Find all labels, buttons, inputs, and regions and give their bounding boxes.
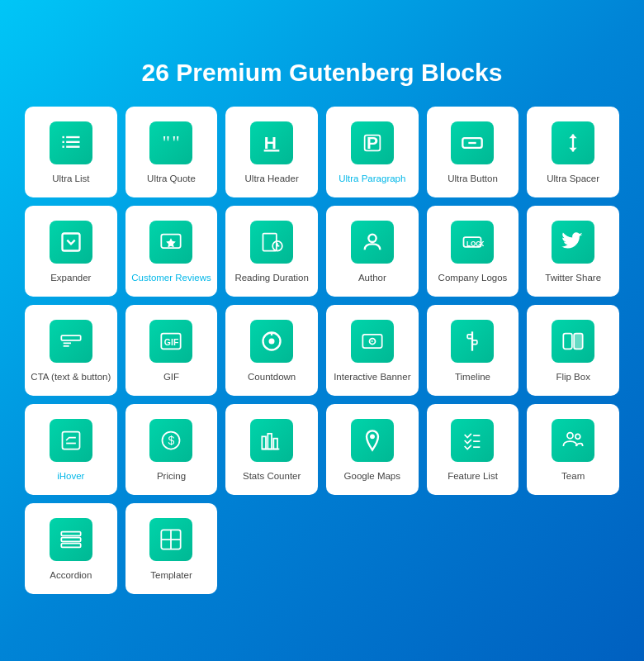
expander-label: Expander [50, 272, 91, 284]
block-item-expander[interactable]: Expander [25, 206, 117, 297]
block-item-interactive-banner[interactable]: Interactive Banner [326, 305, 419, 396]
twitter-share-label: Twitter Share [545, 272, 601, 284]
google-maps-label: Google Maps [344, 470, 400, 483]
author-label: Author [358, 272, 386, 284]
cta-icon [50, 320, 92, 363]
ultra-spacer-icon [552, 121, 594, 164]
block-item-pricing[interactable]: $Pricing [125, 404, 218, 495]
block-item-reading-duration[interactable]: Reading Duration [225, 206, 318, 297]
block-item-countdown[interactable]: Countdown [225, 305, 318, 396]
ultra-quote-icon: "" [149, 121, 192, 164]
page-title: 26 Premium Gutenberg Blocks [25, 59, 619, 87]
svg-text:": " [173, 131, 181, 153]
svg-rect-40 [472, 340, 477, 344]
pricing-icon: $ [149, 419, 192, 462]
author-icon [351, 221, 394, 264]
block-item-google-maps[interactable]: Google Maps [326, 404, 419, 495]
feature-list-label: Feature List [447, 470, 498, 483]
main-container: 26 Premium Gutenberg Blocks Ultra List""… [17, 42, 627, 619]
block-item-ultra-paragraph[interactable]: PUltra Paragraph [326, 107, 419, 197]
block-item-timeline[interactable]: Timeline [427, 305, 519, 396]
svg-rect-5 [66, 145, 79, 147]
countdown-icon [250, 320, 293, 363]
svg-rect-27 [61, 335, 80, 340]
team-icon [552, 419, 594, 462]
svg-marker-16 [569, 147, 576, 151]
feature-list-icon [451, 419, 494, 462]
svg-rect-57 [61, 531, 80, 535]
ultra-paragraph-icon: P [351, 121, 394, 164]
company-logos-icon: LOGO [451, 221, 494, 264]
block-item-templater[interactable]: Templater [125, 503, 218, 594]
pricing-label: Pricing [157, 470, 186, 483]
company-logos-label: Company Logos [438, 272, 508, 284]
flip-box-icon [552, 320, 594, 363]
interactive-banner-icon [351, 320, 394, 363]
gif-label: GIF [163, 371, 179, 383]
block-item-feature-list[interactable]: Feature List [427, 404, 519, 495]
templater-icon [149, 518, 192, 561]
svg-rect-2 [62, 140, 64, 142]
svg-marker-37 [372, 340, 373, 341]
ihover-icon [50, 419, 92, 462]
svg-rect-48 [268, 433, 272, 449]
svg-rect-58 [61, 537, 80, 541]
expander-icon [50, 221, 92, 264]
svg-rect-39 [468, 334, 473, 338]
ultra-paragraph-label: Ultra Paragraph [339, 173, 405, 185]
flip-box-label: Flip Box [556, 371, 590, 383]
svg-marker-15 [569, 134, 576, 138]
ultra-quote-label: Ultra Quote [147, 173, 196, 185]
reading-duration-icon [250, 221, 293, 264]
block-item-cta[interactable]: CTA (text & button) [25, 305, 117, 396]
block-item-ultra-spacer[interactable]: Ultra Spacer [527, 107, 619, 197]
block-item-author[interactable]: Author [326, 206, 419, 297]
ultra-button-label: Ultra Button [447, 173, 498, 185]
block-item-accordion[interactable]: Accordion [25, 503, 117, 594]
customer-reviews-icon [149, 221, 192, 264]
reading-duration-label: Reading Duration [234, 272, 309, 284]
svg-rect-41 [563, 333, 572, 349]
block-item-ultra-list[interactable]: Ultra List [25, 107, 117, 197]
timeline-icon [451, 320, 494, 363]
block-item-company-logos[interactable]: LOGOCompany Logos [427, 206, 519, 297]
svg-text:": " [163, 131, 171, 153]
templater-label: Templater [150, 569, 192, 582]
ultra-list-icon [50, 121, 92, 164]
ultra-spacer-label: Ultra Spacer [547, 173, 599, 185]
block-item-stats-counter[interactable]: Stats Counter [225, 404, 318, 495]
svg-rect-49 [273, 438, 277, 449]
svg-rect-59 [61, 543, 80, 547]
svg-rect-43 [62, 431, 79, 449]
block-item-customer-reviews[interactable]: Customer Reviews [125, 206, 218, 297]
svg-point-33 [269, 338, 275, 344]
block-item-gif[interactable]: GIFGIF [125, 305, 218, 396]
svg-text:$: $ [168, 433, 175, 446]
svg-point-24 [368, 234, 376, 241]
accordion-icon [50, 518, 92, 561]
svg-point-55 [567, 432, 573, 438]
block-item-ultra-quote[interactable]: ""Ultra Quote [125, 107, 218, 197]
blocks-grid: Ultra List""Ultra QuoteHUltra HeaderPUlt… [25, 107, 619, 594]
cta-label: CTA (text & button) [31, 371, 111, 383]
ihover-label: iHover [57, 470, 84, 483]
svg-rect-3 [66, 140, 79, 142]
block-item-team[interactable]: Team [527, 404, 619, 495]
block-item-flip-box[interactable]: Flip Box [527, 305, 619, 396]
gif-icon: GIF [149, 320, 192, 363]
svg-rect-1 [66, 136, 79, 137]
svg-text:H: H [264, 133, 277, 152]
timeline-label: Timeline [455, 371, 490, 383]
customer-reviews-label: Customer Reviews [131, 272, 211, 284]
block-item-ultra-header[interactable]: HUltra Header [225, 107, 318, 197]
stats-counter-label: Stats Counter [243, 470, 301, 483]
svg-rect-42 [574, 333, 583, 349]
svg-text:LOGO: LOGO [466, 240, 484, 247]
block-item-ultra-button[interactable]: Ultra Button [427, 107, 519, 197]
block-item-ihover[interactable]: iHover [25, 404, 117, 495]
svg-marker-19 [167, 238, 177, 247]
svg-rect-47 [262, 436, 266, 449]
team-label: Team [561, 470, 585, 483]
ultra-header-icon: H [250, 121, 293, 164]
block-item-twitter-share[interactable]: Twitter Share [527, 206, 619, 297]
